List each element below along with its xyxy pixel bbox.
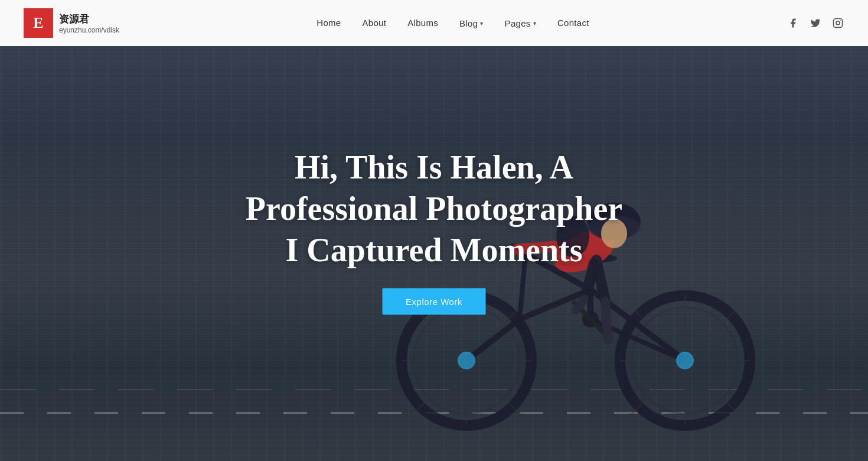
nav-menu: Home About Albums Blog ▾ Pages ▾ Contact (316, 18, 589, 28)
logo-title: 资源君 (59, 12, 119, 26)
nav-blog[interactable]: Blog ▾ (459, 18, 484, 28)
nav-albums[interactable]: Albums (407, 18, 438, 28)
twitter-icon[interactable] (809, 17, 822, 30)
blog-chevron-icon: ▾ (480, 20, 483, 27)
instagram-icon[interactable] (831, 17, 844, 30)
svg-point-2 (840, 20, 841, 21)
logo-link[interactable]: E 资源君 eyunzhu.com/vdisk (24, 8, 119, 38)
nav-about[interactable]: About (363, 18, 387, 28)
facebook-icon[interactable] (787, 17, 800, 30)
hero-section: Hi, This Is Halen, A Professional Photog… (0, 0, 868, 461)
logo-icon: E (24, 8, 53, 38)
social-links (787, 17, 844, 30)
hero-title: Hi, This Is Halen, A Professional Photog… (217, 147, 651, 271)
svg-point-1 (836, 21, 840, 25)
svg-line-30 (466, 319, 520, 361)
pages-chevron-icon: ▾ (533, 20, 536, 27)
svg-rect-0 (834, 19, 843, 28)
svg-point-50 (676, 352, 694, 369)
logo-text-block: 资源君 eyunzhu.com/vdisk (59, 12, 119, 34)
nav-pages[interactable]: Pages ▾ (505, 18, 536, 28)
svg-point-49 (458, 352, 475, 369)
explore-work-button[interactable]: Explore Work (382, 288, 486, 315)
logo-subtitle: eyunzhu.com/vdisk (59, 26, 119, 34)
hero-content: Hi, This Is Halen, A Professional Photog… (217, 147, 651, 315)
navbar: E 资源君 eyunzhu.com/vdisk Home About Album… (0, 0, 868, 46)
nav-contact[interactable]: Contact (557, 18, 589, 28)
nav-home[interactable]: Home (316, 18, 341, 28)
